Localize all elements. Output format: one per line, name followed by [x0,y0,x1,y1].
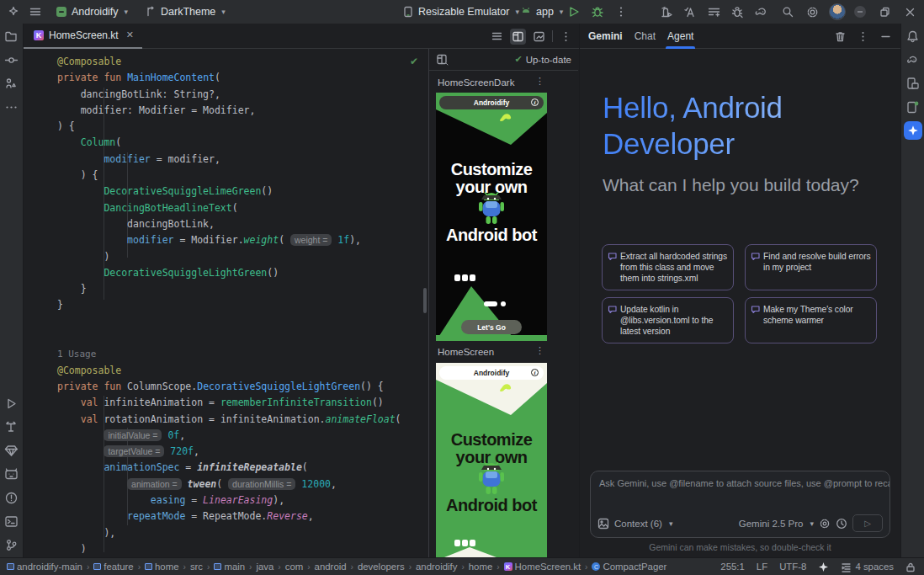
run-config-selector[interactable]: DarkTheme▾ [145,0,226,24]
gradle-sync-icon[interactable] [754,0,768,24]
breadcrumb-item[interactable]: main [214,562,245,572]
breadcrumb-item[interactable]: android [315,562,347,572]
settings-icon[interactable] [805,0,820,24]
code-view-icon[interactable] [491,30,503,43]
device-manager-icon[interactable] [901,72,924,95]
breadcrumb-item[interactable]: src [190,562,203,572]
breadcrumb-separator: › [137,562,141,572]
gemini-suggestion-card[interactable]: Find and resolve build errors in my proj… [745,244,877,290]
minimize-button[interactable] [853,0,872,24]
editor-tab-bar: K HomeScreen.kt ✕ [24,24,579,49]
hide-panel-icon[interactable] [879,30,892,43]
tab-homescreen-kt[interactable]: K HomeScreen.kt ✕ [24,24,142,49]
structure-tool-icon[interactable] [0,72,24,95]
delete-conversation-icon[interactable] [834,30,847,43]
preview-layout-icon[interactable] [436,53,449,66]
gemini-input[interactable]: Ask Gemini, use @filename to attach sour… [590,471,890,538]
gradle-tool-icon[interactable] [901,48,924,72]
device-name: Resizable Emulator [418,6,509,18]
project-tool-icon[interactable] [0,24,24,48]
preview-menu-light-icon[interactable]: ⋮ [535,345,544,356]
ai-code-review-icon[interactable] [683,0,698,24]
inspections-ok-icon[interactable]: ✔ [410,56,418,67]
model-selector[interactable]: Gemini 2.5 Pro [739,519,804,529]
gemini-panel: Gemini Chat Agent Hello, AndroidDevelope… [579,24,900,557]
gemini-tool-icon[interactable] [901,119,924,142]
build-analyzer-icon[interactable] [730,0,745,24]
send-button[interactable]: ▷ [852,514,883,532]
preview-view-icon[interactable] [533,30,545,43]
breadcrumbs[interactable]: androidify-main›feature›home›src›main›ja… [7,562,720,572]
lock-icon[interactable] [905,562,916,572]
breadcrumb-item[interactable]: KHomeScreen.kt [504,562,581,572]
breadcrumb-item[interactable]: home [469,562,493,572]
split-view-icon[interactable] [510,29,526,45]
more-actions-icon[interactable] [614,0,628,24]
notifications-icon[interactable] [901,24,924,48]
attach-image-icon[interactable] [597,518,609,530]
phone2-headline-1: Customize [436,430,547,450]
running-devices-icon[interactable] [901,95,924,119]
tab-agent[interactable]: Agent [667,24,693,49]
local-changes-icon[interactable] [707,0,721,24]
lets-go-button: Let's Go [461,320,522,334]
indent-config[interactable]: 4 spaces [841,562,894,572]
debug-button[interactable] [591,0,604,24]
preview-menu-dark-icon[interactable]: ⋮ [535,76,544,87]
editor-scrollbar[interactable] [423,288,427,313]
history-icon[interactable] [836,518,847,530]
chat-bubble-icon [751,252,760,261]
build-tool-icon[interactable] [0,415,24,439]
profiler-icon[interactable] [660,0,674,24]
breadcrumb-item[interactable]: developers [358,562,405,572]
terminal-tool-icon[interactable] [0,509,24,533]
app-menu-icon[interactable] [7,0,20,24]
module-selector[interactable]: app▾ [520,0,563,24]
breadcrumb-item[interactable]: home [145,562,179,572]
android-bot-illustration-2 [473,462,510,499]
gemini-panel-title: Gemini [588,24,623,49]
preview-scroll-area[interactable]: HomeScreenDark ⋮ Androidifyi Customize y… [429,71,578,557]
breadcrumb-item[interactable]: feature [93,562,133,572]
gemini-suggestion-card[interactable]: Extract all hardcoded strings from this … [602,244,734,290]
gemini-suggestion-card[interactable]: Update kotlin in @libs.version.toml to t… [602,297,734,343]
gemini-settings-icon[interactable] [819,518,831,530]
context-selector[interactable]: Context (6) [614,519,662,529]
breadcrumb-item[interactable]: java [256,562,273,572]
problems-tool-icon[interactable] [0,486,24,509]
breadcrumb-item[interactable]: CCompactPager [592,562,666,572]
device-selector[interactable]: Resizable Emulator▾ [402,0,519,24]
more-tools-icon[interactable] [0,95,24,119]
tab-chat[interactable]: Chat [635,24,656,49]
code-editor[interactable]: @Composableprivate fun MainHomeContent( … [24,49,429,557]
phone-headline-3: Android bot [436,226,547,245]
breadcrumb-item[interactable]: com [285,562,304,572]
app-quality-insights-icon[interactable] [0,439,24,462]
tab-close-icon[interactable]: ✕ [126,29,134,40]
context-chevron-icon: ▾ [669,519,673,528]
breadcrumb-item[interactable]: androidify [416,562,457,572]
kotlin-file-icon: K [34,30,44,40]
search-icon[interactable] [781,0,795,24]
gemini-status-icon[interactable] [818,562,829,572]
file-encoding[interactable]: UTF-8 [779,562,806,572]
restore-button[interactable] [879,0,897,24]
tab-options-icon[interactable] [560,30,572,43]
run-tool-icon[interactable] [0,391,24,415]
breadcrumb-item[interactable]: androidify-main [7,562,82,572]
run-button[interactable] [567,0,581,24]
preview-homescreen[interactable]: Androidifyi Customize your own [436,363,547,557]
logcat-tool-icon[interactable] [0,462,24,486]
git-tool-icon[interactable] [0,533,24,556]
caret-position[interactable]: 255:1 [720,562,745,572]
hamburger-menu-icon[interactable] [29,0,42,24]
gemini-options-icon[interactable] [857,30,869,43]
gemini-suggestion-card[interactable]: Make my Theme's color scheme warmer [745,297,877,343]
project-selector[interactable]: Androidify▾ [56,0,128,24]
close-button[interactable] [904,0,922,24]
line-separator[interactable]: LF [757,562,767,572]
phone-headline-1: Customize [436,160,547,179]
preview-homescreendark[interactable]: Androidifyi Customize your own [436,93,547,341]
commit-tool-icon[interactable] [0,48,24,72]
avatar[interactable] [829,0,846,24]
